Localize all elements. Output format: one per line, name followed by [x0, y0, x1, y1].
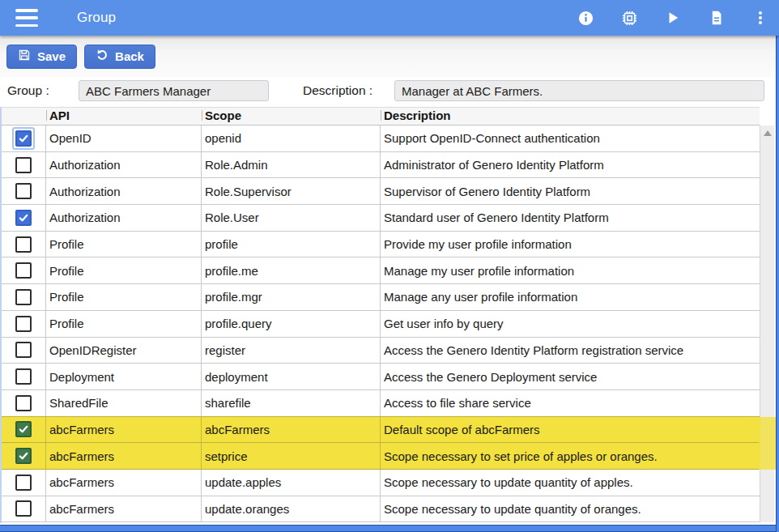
column-header-api: API — [46, 108, 202, 123]
row-checkbox[interactable] — [15, 183, 32, 199]
checkbox-cell — [2, 364, 46, 389]
checkbox-cell — [2, 496, 46, 522]
play-icon[interactable] — [664, 9, 682, 27]
cell-scope: profile.me — [202, 257, 381, 283]
cell-scope: update.apples — [202, 470, 381, 496]
cell-description: Support OpenID-Connect authentication — [381, 126, 760, 151]
cell-api: OpenIDRegister — [46, 338, 202, 364]
cell-description: Access the Genero Deployment service — [381, 364, 760, 389]
table-row[interactable]: abcFarmerssetpriceScope necessary to set… — [2, 443, 760, 470]
window-right-edge — [776, 36, 779, 532]
checkbox-cell — [2, 338, 46, 364]
row-checkbox[interactable] — [15, 368, 32, 385]
row-checkbox[interactable] — [15, 500, 32, 517]
checkbox-cell — [2, 470, 46, 496]
table-row[interactable]: abcFarmersupdate.applesScope necessary t… — [2, 470, 760, 496]
cell-description: Manage any user profile information — [381, 284, 760, 310]
cell-api: Profile — [46, 311, 202, 337]
checkbox-cell — [2, 443, 46, 469]
save-button[interactable]: Save — [6, 45, 77, 69]
row-checkbox[interactable] — [15, 289, 32, 305]
checkbox-cell — [2, 311, 46, 337]
cell-api: SharedFile — [46, 390, 202, 416]
cell-api: Profile — [46, 257, 202, 283]
cell-description: Manage my user profile information — [381, 257, 760, 283]
scroll-up-arrow-icon[interactable] — [764, 130, 772, 136]
row-checkbox[interactable] — [15, 262, 32, 279]
cell-scope: deployment — [202, 364, 381, 389]
group-label: Group : — [7, 83, 49, 98]
row-checkbox[interactable] — [15, 395, 32, 411]
cell-description: Access the Genero Identity Platform regi… — [381, 338, 760, 364]
cell-scope: profile — [202, 232, 381, 257]
chip-icon[interactable] — [620, 9, 638, 27]
checkbox-wrap — [12, 180, 35, 202]
checkbox-cell — [2, 390, 46, 416]
table-row[interactable]: AuthorizationRole.SupervisorSupervisor o… — [2, 178, 760, 205]
checkbox-cell — [2, 205, 46, 231]
checkbox-cell — [2, 178, 46, 204]
description-input[interactable] — [394, 80, 764, 101]
table-header: API Scope Description — [2, 107, 760, 126]
row-checkbox[interactable] — [15, 421, 32, 437]
back-button-label: Back — [115, 49, 144, 63]
cell-api: abcFarmers — [46, 443, 202, 469]
kebab-menu-icon[interactable] — [751, 9, 769, 27]
cell-description: Scope necessary to update quantity of ap… — [381, 470, 760, 496]
table-row[interactable]: abcFarmersabcFarmersDefault scope of abc… — [2, 417, 760, 444]
menu-icon[interactable] — [15, 9, 40, 27]
cell-api: abcFarmers — [46, 470, 202, 496]
document-icon[interactable] — [708, 9, 726, 27]
toolbar: Save Back — [0, 36, 779, 77]
cell-scope: openid — [202, 126, 381, 151]
checkbox-cell — [2, 232, 46, 257]
row-checkbox[interactable] — [15, 316, 32, 332]
table-row[interactable]: Profileprofile.queryGet user info by que… — [2, 311, 760, 338]
checkbox-wrap — [12, 206, 35, 229]
cell-scope: Role.Admin — [202, 152, 381, 178]
highlight-overlay — [759, 417, 776, 470]
checkbox-wrap — [12, 497, 35, 520]
table-row[interactable]: abcFarmersupdate.orangesScope necessary … — [2, 496, 760, 523]
table-row[interactable]: AuthorizationRole.UserStandard user of G… — [2, 205, 760, 232]
row-checkbox[interactable] — [15, 157, 32, 173]
table-row[interactable]: Profileprofile.meManage my user profile … — [2, 257, 760, 284]
cell-scope: setprice — [202, 443, 381, 469]
cell-description: Scope necessary to set price of apples o… — [381, 443, 760, 469]
checkbox-cell — [2, 152, 46, 178]
table-row[interactable]: ProfileprofileProvide my user profile in… — [2, 232, 760, 258]
row-checkbox[interactable] — [15, 342, 32, 358]
row-checkbox[interactable] — [15, 448, 32, 464]
checkbox-wrap — [12, 233, 35, 256]
cell-description: Default scope of abcFarmers — [381, 417, 760, 443]
row-checkbox[interactable] — [15, 210, 32, 226]
checkbox-cell — [2, 257, 46, 283]
table-row[interactable]: AuthorizationRole.AdminAdministrator of … — [2, 152, 760, 179]
row-checkbox[interactable] — [15, 130, 32, 147]
app-bar: Group — [0, 0, 779, 36]
save-icon — [18, 49, 31, 64]
cell-description: Get user info by query — [381, 311, 760, 337]
row-checkbox[interactable] — [15, 475, 32, 491]
checkbox-cell — [2, 284, 46, 310]
cell-api: Profile — [46, 232, 202, 257]
table-row[interactable]: OpenIDopenidSupport OpenID-Connect authe… — [2, 126, 760, 152]
cell-scope: Role.User — [202, 205, 381, 231]
back-button[interactable]: Back — [84, 45, 155, 69]
table-row[interactable]: Profileprofile.mgrManage any user profil… — [2, 284, 760, 311]
table-row[interactable]: SharedFilesharefileAccess to file share … — [2, 390, 760, 417]
checkbox-wrap — [12, 259, 35, 282]
row-checkbox[interactable] — [15, 236, 32, 253]
cell-description: Standard user of Genero Identity Platfor… — [381, 205, 760, 231]
cell-api: Authorization — [46, 178, 202, 204]
table-row[interactable]: OpenIDRegisterregisterAccess the Genero … — [2, 338, 760, 364]
cell-scope: update.oranges — [202, 496, 381, 522]
cell-scope: sharefile — [202, 390, 381, 416]
table-row[interactable]: DeploymentdeploymentAccess the Genero De… — [2, 364, 760, 390]
page-title: Group — [77, 0, 116, 36]
cell-api: abcFarmers — [46, 417, 202, 443]
group-input[interactable] — [79, 80, 269, 101]
cell-api: Deployment — [46, 364, 202, 389]
info-icon[interactable] — [577, 9, 594, 27]
checkbox-wrap — [12, 154, 35, 177]
